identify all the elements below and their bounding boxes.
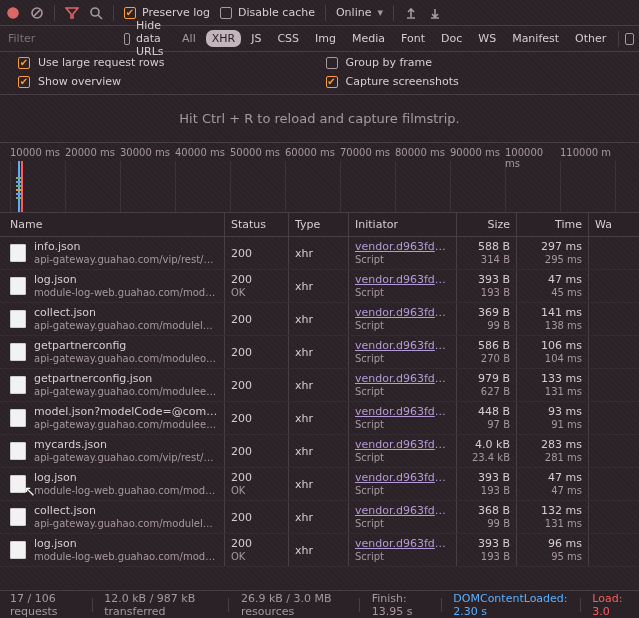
svg-line-5 xyxy=(98,15,102,19)
filter-input[interactable] xyxy=(6,31,116,46)
svg-point-0 xyxy=(8,8,18,18)
initiator-link[interactable]: vendor.d963fdc....js:9... xyxy=(355,273,450,286)
timeline-tick: 20000 ms xyxy=(65,147,120,161)
col-size[interactable]: Size xyxy=(457,213,517,236)
large-rows-toggle[interactable]: Use large request rows xyxy=(18,56,326,69)
hide-data-urls-toggle[interactable]: Hide data URLs xyxy=(124,19,170,58)
table-row[interactable]: log.jsonmodule-log-web.guahao.com/module… xyxy=(0,534,639,567)
type-pill-img[interactable]: Img xyxy=(309,30,342,47)
record-icon[interactable] xyxy=(6,6,20,20)
type-pill-xhr[interactable]: XHR xyxy=(206,30,241,47)
request-domain: api-gateway.guahao.com/vip/rest/memb... xyxy=(34,253,218,266)
request-name: collect.json xyxy=(34,306,218,319)
preserve-log-toggle[interactable]: Preserve log xyxy=(124,6,210,19)
timeline-overview[interactable]: 10000 ms20000 ms30000 ms40000 ms50000 ms… xyxy=(0,143,639,213)
initiator-link[interactable]: vendor.d963fdc....js:9... xyxy=(355,372,450,385)
request-domain: api-gateway.guahao.com/moduleenterpr... xyxy=(34,418,218,431)
initiator-link[interactable]: vendor.d963fdc....js:9... xyxy=(355,504,450,517)
status-dcl: DOMContentLoaded: 2.30 s xyxy=(453,592,567,618)
status-transferred: 12.0 kB / 987 kB transferred xyxy=(104,592,216,618)
type-pill-all[interactable]: All xyxy=(176,30,202,47)
svg-marker-3 xyxy=(66,8,78,18)
timeline-tick: 100000 ms xyxy=(505,147,560,161)
table-header: Name Status Type Initiator Size Time Wa xyxy=(0,213,639,237)
type-pill-js[interactable]: JS xyxy=(245,30,267,47)
table-row[interactable]: mycards.jsonapi-gateway.guahao.com/vip/r… xyxy=(0,435,639,468)
type-pill-font[interactable]: Font xyxy=(395,30,431,47)
file-icon xyxy=(10,343,26,361)
table-row[interactable]: getpartnerconfig.jsonapi-gateway.guahao.… xyxy=(0,369,639,402)
timeline-blips xyxy=(16,177,22,199)
col-initiator[interactable]: Initiator xyxy=(349,213,457,236)
initiator-link[interactable]: vendor.d963fdc....js:9... xyxy=(355,306,450,319)
table-row[interactable]: log.jsonmodule-log-web.guahao.com/module… xyxy=(0,270,639,303)
file-icon xyxy=(10,475,26,493)
timeline-tick: 50000 ms xyxy=(230,147,285,161)
status-count: 17 / 106 requests xyxy=(10,592,80,618)
request-domain: api-gateway.guahao.com/modulelog/tra... xyxy=(34,517,218,530)
table-row[interactable]: info.jsonapi-gateway.guahao.com/vip/rest… xyxy=(0,237,639,270)
col-status[interactable]: Status xyxy=(225,213,289,236)
request-name: log.json xyxy=(34,471,218,484)
col-type[interactable]: Type xyxy=(289,213,349,236)
initiator-link[interactable]: vendor.d963fdc....js:9... xyxy=(355,471,450,484)
file-icon xyxy=(10,442,26,460)
initiator-link[interactable]: vendor.d963fdc....js:9... xyxy=(355,537,450,550)
request-domain: module-log-web.guahao.com/modulelo... xyxy=(34,550,218,563)
has-blocked-toggle[interactable]: Has blocked xyxy=(625,26,639,52)
request-domain: api-gateway.guahao.com/modulelog/tra... xyxy=(34,319,218,332)
checkbox-icon xyxy=(220,7,232,19)
upload-icon[interactable] xyxy=(404,6,418,20)
file-icon xyxy=(10,508,26,526)
initiator-link[interactable]: vendor.d963fdc....js:9... xyxy=(355,438,450,451)
search-icon[interactable] xyxy=(89,6,103,20)
filter-bar: Hide data URLs AllXHRJSCSSImgMediaFontDo… xyxy=(0,26,639,52)
status-resources: 26.9 kB / 3.0 MB resources xyxy=(241,592,347,618)
initiator-link[interactable]: vendor.d963fdc....js:9... xyxy=(355,240,450,253)
disable-cache-toggle[interactable]: Disable cache xyxy=(220,6,315,19)
timeline-tick: 30000 ms xyxy=(120,147,175,161)
show-overview-toggle[interactable]: Show overview xyxy=(18,75,326,88)
request-name: model.json?modelCode=@common_page xyxy=(34,405,218,418)
table-row[interactable]: log.jsonmodule-log-web.guahao.com/module… xyxy=(0,468,639,501)
type-pill-other[interactable]: Other xyxy=(569,30,612,47)
timeline-tick: 60000 ms xyxy=(285,147,340,161)
checkbox-icon xyxy=(625,33,634,45)
network-options: Use large request rows Group by frame Sh… xyxy=(0,52,639,95)
throttle-select[interactable]: Online▾ xyxy=(336,6,383,19)
table-row[interactable]: model.json?modelCode=@common_pageapi-gat… xyxy=(0,402,639,435)
col-time[interactable]: Time xyxy=(517,213,589,236)
request-name: getpartnerconfig.json xyxy=(34,372,218,385)
group-by-frame-toggle[interactable]: Group by frame xyxy=(326,56,634,69)
status-bar: 17 / 106 requests 12.0 kB / 987 kB trans… xyxy=(0,590,639,618)
type-pill-doc[interactable]: Doc xyxy=(435,30,468,47)
type-pill-css[interactable]: CSS xyxy=(271,30,305,47)
timeline-ticks: 10000 ms20000 ms30000 ms40000 ms50000 ms… xyxy=(10,147,639,161)
timeline-tick: 70000 ms xyxy=(340,147,395,161)
table-row[interactable]: getpartnerconfigapi-gateway.guahao.com/m… xyxy=(0,336,639,369)
initiator-link[interactable]: vendor.d963fdc....js:9... xyxy=(355,339,450,352)
svg-line-2 xyxy=(34,10,40,16)
type-pill-manifest[interactable]: Manifest xyxy=(506,30,565,47)
capture-screenshots-toggle[interactable]: Capture screenshots xyxy=(326,75,634,88)
type-pill-ws[interactable]: WS xyxy=(472,30,502,47)
filter-icon[interactable] xyxy=(65,6,79,20)
timeline-tick: 80000 ms xyxy=(395,147,450,161)
request-name: collect.json xyxy=(34,504,218,517)
file-icon xyxy=(10,409,26,427)
table-row[interactable]: collect.jsonapi-gateway.guahao.com/modul… xyxy=(0,501,639,534)
download-icon[interactable] xyxy=(428,6,442,20)
timeline-tick: 40000 ms xyxy=(175,147,230,161)
request-table-body: info.jsonapi-gateway.guahao.com/vip/rest… xyxy=(0,237,639,567)
type-pill-media[interactable]: Media xyxy=(346,30,391,47)
status-load: Load: 3.0 xyxy=(592,592,629,618)
file-icon xyxy=(10,376,26,394)
file-icon xyxy=(10,310,26,328)
col-name[interactable]: Name xyxy=(0,213,225,236)
initiator-link[interactable]: vendor.d963fdc....js:9... xyxy=(355,405,450,418)
clear-icon[interactable] xyxy=(30,6,44,20)
col-waterfall[interactable]: Wa xyxy=(589,213,639,236)
chevron-down-icon: ▾ xyxy=(377,6,383,19)
timeline-tick: 110000 m xyxy=(560,147,615,161)
table-row[interactable]: collect.jsonapi-gateway.guahao.com/modul… xyxy=(0,303,639,336)
